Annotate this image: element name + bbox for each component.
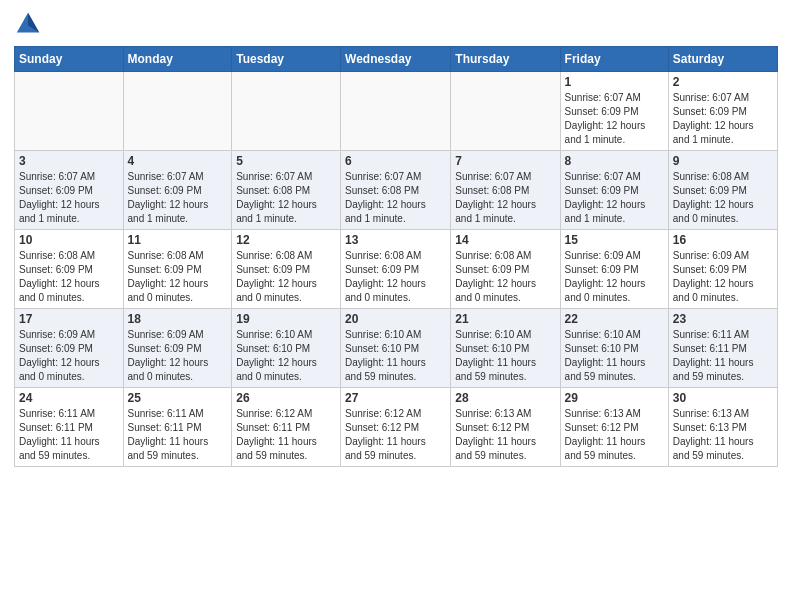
calendar-body: 1Sunrise: 6:07 AM Sunset: 6:09 PM Daylig… — [15, 72, 778, 467]
day-number: 9 — [673, 154, 773, 168]
day-number: 10 — [19, 233, 119, 247]
day-info: Sunrise: 6:10 AM Sunset: 6:10 PM Dayligh… — [565, 328, 664, 384]
calendar-cell: 11Sunrise: 6:08 AM Sunset: 6:09 PM Dayli… — [123, 230, 232, 309]
day-number: 4 — [128, 154, 228, 168]
day-number: 2 — [673, 75, 773, 89]
day-number: 25 — [128, 391, 228, 405]
day-info: Sunrise: 6:07 AM Sunset: 6:08 PM Dayligh… — [236, 170, 336, 226]
calendar-header: SundayMondayTuesdayWednesdayThursdayFrid… — [15, 47, 778, 72]
day-number: 28 — [455, 391, 555, 405]
day-number: 24 — [19, 391, 119, 405]
calendar-cell — [123, 72, 232, 151]
header-friday: Friday — [560, 47, 668, 72]
header-wednesday: Wednesday — [341, 47, 451, 72]
calendar-cell: 9Sunrise: 6:08 AM Sunset: 6:09 PM Daylig… — [668, 151, 777, 230]
day-info: Sunrise: 6:11 AM Sunset: 6:11 PM Dayligh… — [19, 407, 119, 463]
day-number: 14 — [455, 233, 555, 247]
day-number: 29 — [565, 391, 664, 405]
calendar-cell: 10Sunrise: 6:08 AM Sunset: 6:09 PM Dayli… — [15, 230, 124, 309]
day-info: Sunrise: 6:08 AM Sunset: 6:09 PM Dayligh… — [345, 249, 446, 305]
calendar-cell: 27Sunrise: 6:12 AM Sunset: 6:12 PM Dayli… — [341, 388, 451, 467]
day-info: Sunrise: 6:07 AM Sunset: 6:08 PM Dayligh… — [455, 170, 555, 226]
week-row-0: 1Sunrise: 6:07 AM Sunset: 6:09 PM Daylig… — [15, 72, 778, 151]
header-tuesday: Tuesday — [232, 47, 341, 72]
day-number: 6 — [345, 154, 446, 168]
day-info: Sunrise: 6:08 AM Sunset: 6:09 PM Dayligh… — [455, 249, 555, 305]
day-info: Sunrise: 6:13 AM Sunset: 6:13 PM Dayligh… — [673, 407, 773, 463]
day-info: Sunrise: 6:11 AM Sunset: 6:11 PM Dayligh… — [128, 407, 228, 463]
day-info: Sunrise: 6:08 AM Sunset: 6:09 PM Dayligh… — [128, 249, 228, 305]
day-info: Sunrise: 6:07 AM Sunset: 6:09 PM Dayligh… — [128, 170, 228, 226]
day-info: Sunrise: 6:08 AM Sunset: 6:09 PM Dayligh… — [236, 249, 336, 305]
calendar-cell: 7Sunrise: 6:07 AM Sunset: 6:08 PM Daylig… — [451, 151, 560, 230]
day-info: Sunrise: 6:12 AM Sunset: 6:11 PM Dayligh… — [236, 407, 336, 463]
day-info: Sunrise: 6:07 AM Sunset: 6:09 PM Dayligh… — [565, 170, 664, 226]
day-info: Sunrise: 6:07 AM Sunset: 6:09 PM Dayligh… — [19, 170, 119, 226]
day-number: 19 — [236, 312, 336, 326]
calendar-cell — [232, 72, 341, 151]
calendar-cell: 28Sunrise: 6:13 AM Sunset: 6:12 PM Dayli… — [451, 388, 560, 467]
calendar-cell: 18Sunrise: 6:09 AM Sunset: 6:09 PM Dayli… — [123, 309, 232, 388]
day-number: 16 — [673, 233, 773, 247]
header-sunday: Sunday — [15, 47, 124, 72]
header-saturday: Saturday — [668, 47, 777, 72]
week-row-4: 24Sunrise: 6:11 AM Sunset: 6:11 PM Dayli… — [15, 388, 778, 467]
day-info: Sunrise: 6:08 AM Sunset: 6:09 PM Dayligh… — [19, 249, 119, 305]
day-info: Sunrise: 6:12 AM Sunset: 6:12 PM Dayligh… — [345, 407, 446, 463]
calendar-cell: 15Sunrise: 6:09 AM Sunset: 6:09 PM Dayli… — [560, 230, 668, 309]
calendar-cell: 19Sunrise: 6:10 AM Sunset: 6:10 PM Dayli… — [232, 309, 341, 388]
calendar-cell: 8Sunrise: 6:07 AM Sunset: 6:09 PM Daylig… — [560, 151, 668, 230]
day-number: 22 — [565, 312, 664, 326]
day-number: 26 — [236, 391, 336, 405]
day-number: 1 — [565, 75, 664, 89]
calendar-cell: 12Sunrise: 6:08 AM Sunset: 6:09 PM Dayli… — [232, 230, 341, 309]
calendar-cell: 22Sunrise: 6:10 AM Sunset: 6:10 PM Dayli… — [560, 309, 668, 388]
week-row-2: 10Sunrise: 6:08 AM Sunset: 6:09 PM Dayli… — [15, 230, 778, 309]
day-number: 30 — [673, 391, 773, 405]
calendar-cell: 30Sunrise: 6:13 AM Sunset: 6:13 PM Dayli… — [668, 388, 777, 467]
day-info: Sunrise: 6:07 AM Sunset: 6:09 PM Dayligh… — [565, 91, 664, 147]
day-number: 7 — [455, 154, 555, 168]
logo-icon — [14, 10, 42, 38]
week-row-3: 17Sunrise: 6:09 AM Sunset: 6:09 PM Dayli… — [15, 309, 778, 388]
day-number: 3 — [19, 154, 119, 168]
calendar-cell: 17Sunrise: 6:09 AM Sunset: 6:09 PM Dayli… — [15, 309, 124, 388]
calendar-cell — [15, 72, 124, 151]
week-row-1: 3Sunrise: 6:07 AM Sunset: 6:09 PM Daylig… — [15, 151, 778, 230]
calendar-cell: 6Sunrise: 6:07 AM Sunset: 6:08 PM Daylig… — [341, 151, 451, 230]
day-number: 20 — [345, 312, 446, 326]
calendar-cell: 13Sunrise: 6:08 AM Sunset: 6:09 PM Dayli… — [341, 230, 451, 309]
calendar-cell — [451, 72, 560, 151]
header-row: SundayMondayTuesdayWednesdayThursdayFrid… — [15, 47, 778, 72]
day-number: 15 — [565, 233, 664, 247]
header-thursday: Thursday — [451, 47, 560, 72]
calendar-cell: 25Sunrise: 6:11 AM Sunset: 6:11 PM Dayli… — [123, 388, 232, 467]
day-info: Sunrise: 6:10 AM Sunset: 6:10 PM Dayligh… — [455, 328, 555, 384]
calendar-cell: 1Sunrise: 6:07 AM Sunset: 6:09 PM Daylig… — [560, 72, 668, 151]
day-number: 17 — [19, 312, 119, 326]
day-number: 5 — [236, 154, 336, 168]
calendar-cell: 20Sunrise: 6:10 AM Sunset: 6:10 PM Dayli… — [341, 309, 451, 388]
day-info: Sunrise: 6:09 AM Sunset: 6:09 PM Dayligh… — [565, 249, 664, 305]
day-info: Sunrise: 6:09 AM Sunset: 6:09 PM Dayligh… — [19, 328, 119, 384]
logo — [14, 10, 46, 38]
day-number: 23 — [673, 312, 773, 326]
calendar-cell: 2Sunrise: 6:07 AM Sunset: 6:09 PM Daylig… — [668, 72, 777, 151]
calendar-cell: 24Sunrise: 6:11 AM Sunset: 6:11 PM Dayli… — [15, 388, 124, 467]
page: SundayMondayTuesdayWednesdayThursdayFrid… — [0, 0, 792, 481]
calendar-cell: 23Sunrise: 6:11 AM Sunset: 6:11 PM Dayli… — [668, 309, 777, 388]
calendar-cell: 29Sunrise: 6:13 AM Sunset: 6:12 PM Dayli… — [560, 388, 668, 467]
day-info: Sunrise: 6:13 AM Sunset: 6:12 PM Dayligh… — [565, 407, 664, 463]
calendar-cell: 16Sunrise: 6:09 AM Sunset: 6:09 PM Dayli… — [668, 230, 777, 309]
calendar-cell — [341, 72, 451, 151]
day-info: Sunrise: 6:10 AM Sunset: 6:10 PM Dayligh… — [236, 328, 336, 384]
day-number: 13 — [345, 233, 446, 247]
day-info: Sunrise: 6:09 AM Sunset: 6:09 PM Dayligh… — [128, 328, 228, 384]
calendar-cell: 4Sunrise: 6:07 AM Sunset: 6:09 PM Daylig… — [123, 151, 232, 230]
calendar-cell: 14Sunrise: 6:08 AM Sunset: 6:09 PM Dayli… — [451, 230, 560, 309]
day-info: Sunrise: 6:08 AM Sunset: 6:09 PM Dayligh… — [673, 170, 773, 226]
calendar-cell: 5Sunrise: 6:07 AM Sunset: 6:08 PM Daylig… — [232, 151, 341, 230]
day-info: Sunrise: 6:10 AM Sunset: 6:10 PM Dayligh… — [345, 328, 446, 384]
day-info: Sunrise: 6:13 AM Sunset: 6:12 PM Dayligh… — [455, 407, 555, 463]
day-number: 21 — [455, 312, 555, 326]
